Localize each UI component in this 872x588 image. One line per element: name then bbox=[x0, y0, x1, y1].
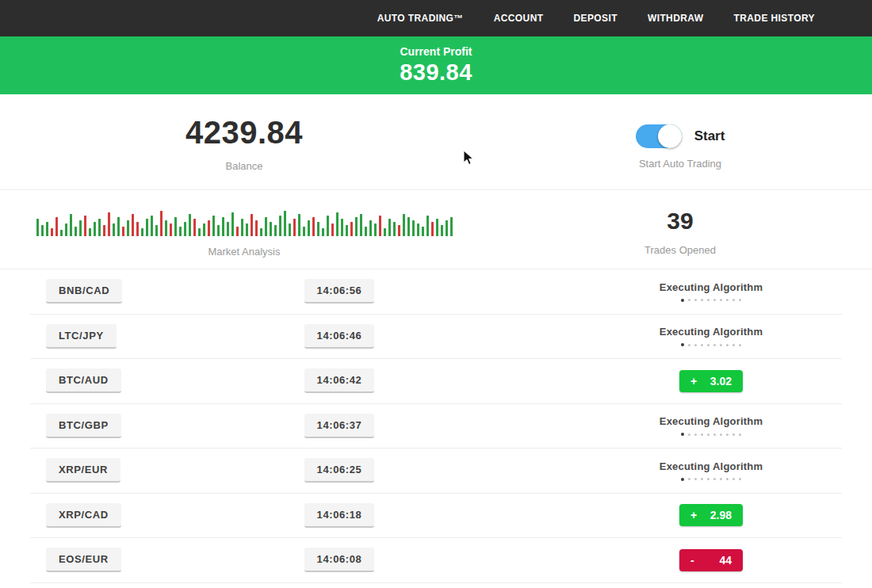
market-bar bbox=[265, 217, 267, 236]
market-bar bbox=[274, 225, 277, 236]
pair-chip[interactable]: EOS/EUR bbox=[46, 548, 121, 572]
auto-trading-toggle[interactable] bbox=[636, 124, 682, 148]
loader-dot bbox=[726, 299, 729, 301]
market-bar bbox=[127, 220, 129, 236]
loader-dot bbox=[726, 478, 729, 480]
result-amount: 3.02 bbox=[710, 375, 732, 388]
market-bar bbox=[412, 220, 415, 236]
market-analysis-chart bbox=[36, 206, 453, 236]
trades-opened-block: 39 Trades Opened bbox=[488, 190, 872, 269]
loader-dot bbox=[739, 344, 741, 346]
market-bar bbox=[246, 223, 248, 236]
nav-item-withdraw[interactable]: WITHDRAW bbox=[648, 13, 704, 24]
market-bar bbox=[203, 223, 205, 236]
pair-chip[interactable]: LTC/JPY bbox=[46, 324, 117, 349]
market-bar bbox=[369, 220, 372, 236]
nav-item-deposit[interactable]: DEPOSIT bbox=[573, 13, 617, 24]
loader-dot bbox=[739, 299, 741, 301]
trade-row: BNB/CAD14:06:56Executing Algorithm bbox=[30, 269, 842, 315]
market-bar bbox=[441, 225, 443, 236]
nav-item-account[interactable]: ACCOUNT bbox=[494, 13, 544, 24]
nav-item-auto-trading[interactable]: AUTO TRADING™ bbox=[377, 13, 464, 24]
market-bar bbox=[398, 225, 400, 236]
market-bar bbox=[189, 214, 191, 236]
market-bar bbox=[322, 228, 324, 236]
market-bar bbox=[208, 220, 210, 236]
result-amount: 44 bbox=[719, 554, 732, 567]
profit-badge: +2.98 bbox=[679, 504, 743, 526]
loss-badge: -44 bbox=[679, 549, 743, 571]
market-bar bbox=[308, 220, 310, 236]
loader-dot bbox=[720, 433, 722, 436]
loader-dot bbox=[726, 433, 729, 436]
loader-dot bbox=[681, 343, 684, 346]
loader-dot bbox=[713, 344, 716, 346]
balance-section: 4239.84 Balance Start Start Auto Trading bbox=[0, 94, 872, 190]
loader-dot bbox=[707, 299, 709, 301]
auto-trading-block: Start Start Auto Trading bbox=[488, 94, 872, 189]
loader-dot bbox=[694, 299, 697, 301]
loader-dot bbox=[732, 433, 735, 436]
profit-badge: +3.02 bbox=[679, 370, 743, 392]
trade-time-chip: 14:06:08 bbox=[304, 548, 375, 572]
market-bar bbox=[179, 227, 182, 236]
market-bar bbox=[365, 227, 367, 236]
loader-dot bbox=[713, 478, 716, 480]
trade-time-chip: 14:06:42 bbox=[304, 368, 375, 393]
loader-dot bbox=[688, 478, 690, 480]
pair-chip[interactable]: XRP/CAD bbox=[46, 503, 121, 528]
loader-dot bbox=[707, 344, 709, 346]
market-bar bbox=[436, 219, 438, 236]
loader-dot bbox=[681, 433, 684, 436]
market-bar bbox=[94, 222, 96, 236]
loader-dot bbox=[694, 478, 697, 480]
loader-dot bbox=[701, 433, 703, 436]
market-bar bbox=[293, 219, 296, 236]
market-bar bbox=[426, 216, 429, 236]
market-bar bbox=[407, 217, 410, 236]
market-bar bbox=[132, 214, 134, 236]
market-bar bbox=[303, 227, 305, 236]
market-bar bbox=[331, 223, 334, 236]
loader-dot bbox=[720, 299, 722, 301]
trades-opened-value: 39 bbox=[667, 208, 693, 235]
market-bar bbox=[103, 225, 105, 236]
market-bar bbox=[170, 223, 172, 236]
balance-label: Balance bbox=[226, 160, 263, 172]
market-bar bbox=[431, 222, 434, 236]
pair-chip[interactable]: BTC/AUD bbox=[46, 368, 121, 393]
market-bar bbox=[251, 214, 253, 236]
market-bar bbox=[270, 222, 272, 236]
market-bar bbox=[79, 220, 82, 236]
loader-dot bbox=[681, 478, 684, 481]
market-bar bbox=[108, 212, 110, 236]
market-bar bbox=[70, 214, 72, 236]
executing-algorithm-label: Executing Algorithm bbox=[660, 326, 763, 338]
trades-list: BNB/CAD14:06:56Executing AlgorithmLTC/JP… bbox=[0, 269, 872, 583]
market-bar bbox=[141, 228, 143, 236]
market-bar bbox=[384, 228, 386, 236]
market-bar bbox=[36, 219, 39, 236]
market-bar bbox=[151, 216, 153, 236]
balance-block: 4239.84 Balance bbox=[0, 94, 488, 189]
pair-chip[interactable]: BTC/GBP bbox=[46, 414, 121, 438]
market-bar bbox=[146, 219, 148, 236]
pair-chip[interactable]: BNB/CAD bbox=[46, 279, 122, 304]
pair-chip[interactable]: XRP/EUR bbox=[46, 458, 120, 483]
loader-dot bbox=[707, 433, 709, 436]
market-bar bbox=[403, 214, 405, 236]
loader-dot bbox=[713, 433, 716, 436]
loader-dot bbox=[739, 433, 741, 436]
loader-dot bbox=[739, 478, 741, 480]
loader-dot bbox=[720, 478, 722, 480]
nav-item-trade-history[interactable]: TRADE HISTORY bbox=[733, 13, 815, 24]
loader-dot bbox=[681, 299, 684, 302]
trade-time-chip: 14:06:18 bbox=[304, 503, 375, 528]
market-bar bbox=[236, 227, 239, 236]
market-bar bbox=[231, 212, 234, 236]
loader-dot bbox=[701, 344, 703, 346]
market-bar bbox=[360, 214, 362, 236]
market-bar bbox=[122, 227, 124, 236]
market-bar bbox=[227, 222, 229, 236]
loader-dot bbox=[694, 344, 697, 346]
